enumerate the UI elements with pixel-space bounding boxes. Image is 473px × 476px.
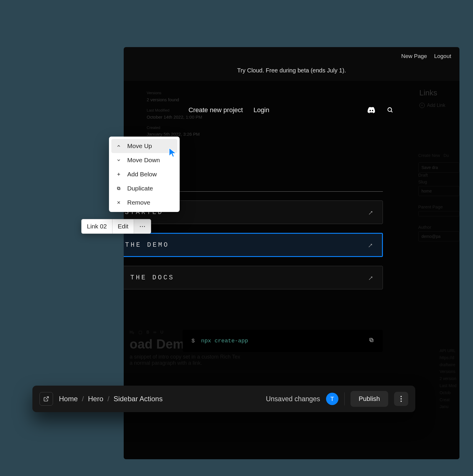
divider: [344, 392, 345, 405]
created-label: Created: [147, 125, 202, 131]
breadcrumb-home[interactable]: Home: [59, 395, 78, 403]
add-link-button[interactable]: + Add Link: [419, 103, 445, 108]
logout-link[interactable]: Logout: [434, 53, 451, 59]
versions-label: Versions: [147, 90, 202, 96]
created-value-bottom: Janu: [439, 403, 457, 410]
more-menu-button[interactable]: [394, 392, 408, 406]
link-card-try-demo[interactable]: TRY THE DEMO →: [124, 233, 383, 257]
promo-banner: Try Cloud. Free during beta (ends July 1…: [124, 63, 459, 79]
breadcrumb-hero[interactable]: Hero: [88, 395, 103, 403]
menu-item-add-below[interactable]: Add Below: [111, 167, 177, 181]
svg-rect-6: [118, 188, 120, 190]
versions-label-bottom: Versions: [439, 368, 457, 375]
create-new-action[interactable]: Create New: [418, 153, 440, 158]
new-page-link[interactable]: New Page: [401, 53, 427, 59]
slug-value-bottom: draftwire: [439, 361, 457, 369]
svg-line-1: [391, 111, 392, 112]
svg-point-10: [401, 396, 402, 397]
versions-value-bottom: 2 version: [439, 375, 457, 382]
duplicate-icon: [115, 186, 122, 191]
plus-icon: +: [419, 103, 425, 108]
heading-icon: H₂: [130, 330, 134, 334]
menu-item-move-up[interactable]: Move Up: [111, 139, 177, 153]
external-link-icon[interactable]: [39, 392, 53, 406]
parent-page-select[interactable]: [418, 211, 459, 216]
login-link[interactable]: Login: [254, 106, 269, 114]
save-draft-button[interactable]: Save dra: [418, 162, 459, 173]
links-panel-title: Links: [419, 88, 445, 97]
modified-value: October 14th 2022, 1:00 PM: [147, 114, 202, 121]
breadcrumb-current: Sidebar Actions: [113, 395, 163, 403]
image-icon: ▢: [138, 330, 142, 334]
plus-icon: [115, 172, 122, 177]
code-prompt: $: [191, 338, 195, 344]
link-card-label: READ THE DOCS: [124, 274, 174, 281]
bottom-meta: API URL https://d draftwire Versions 2 v…: [439, 347, 457, 410]
links-panel: Links + Add Link: [419, 88, 445, 108]
right-sidebar: Create New Du Save dra Draft Slug home P…: [418, 153, 459, 250]
versions-value: 2 versions found: [147, 96, 202, 103]
api-url-value: https://d: [439, 354, 457, 361]
header-nav: Create new project Login: [188, 106, 394, 114]
arrow-icon: →: [366, 272, 376, 283]
search-icon[interactable]: [386, 106, 394, 114]
breadcrumb: Home / Hero / Sidebar Actions: [59, 395, 163, 403]
richtext-line2: a normal paragraph with a link.: [130, 360, 240, 366]
arrow-icon: →: [366, 207, 376, 218]
api-url-label: API URL: [439, 347, 457, 354]
slug-input[interactable]: home: [418, 186, 459, 196]
slug-label: Slug: [418, 179, 459, 184]
link-icon: ∞: [153, 330, 156, 334]
code-block: $ npx create-app: [183, 330, 383, 352]
parent-page-label: Parent Page: [418, 204, 459, 209]
menu-item-label: Duplicate: [127, 185, 153, 192]
duplicate-action[interactable]: Du: [444, 153, 449, 158]
publish-button[interactable]: Publish: [350, 391, 388, 407]
richtext-line1: a snippet of intro copy set in a custom …: [130, 354, 240, 360]
draft-status-label: Draft: [418, 173, 459, 178]
menu-item-duplicate[interactable]: Duplicate: [111, 181, 177, 195]
link-card-label: TRY THE DEMO: [124, 241, 169, 249]
more-options-button[interactable]: ⋯: [134, 219, 151, 234]
top-bar: New Page Logout: [124, 47, 459, 63]
discord-icon[interactable]: [367, 106, 376, 114]
link-card-read-docs[interactable]: READ THE DOCS →: [124, 266, 383, 289]
menu-item-label: Move Down: [127, 157, 160, 164]
copy-icon[interactable]: [369, 337, 374, 344]
block-badge: Link 02: [81, 219, 113, 234]
underline-icon: U: [160, 330, 163, 334]
close-icon: [115, 200, 122, 205]
add-link-label: Add Link: [427, 103, 445, 108]
chevron-down-icon: [115, 158, 122, 162]
unsaved-changes-label: Unsaved changes: [266, 395, 320, 403]
svg-rect-3: [370, 338, 372, 341]
modified-label-bottom: Last Mod: [439, 382, 457, 389]
modified-value-bottom: Octob: [439, 389, 457, 397]
svg-point-11: [401, 398, 402, 399]
author-label: Author: [418, 225, 459, 230]
inline-toolbar: Link 02 Edit ⋯: [81, 219, 151, 234]
menu-item-label: Remove: [127, 199, 150, 206]
menu-item-label: Move Up: [127, 142, 152, 150]
breadcrumb-separator: /: [82, 395, 84, 403]
svg-rect-2: [371, 339, 373, 342]
svg-rect-7: [117, 187, 119, 189]
created-label-bottom: Creat: [439, 397, 457, 404]
bottom-toolbar: Home / Hero / Sidebar Actions Unsaved ch…: [32, 386, 415, 412]
author-value: demo@pa: [418, 231, 459, 241]
cursor-icon: [168, 147, 178, 159]
menu-item-label: Add Below: [127, 171, 157, 178]
svg-point-0: [388, 108, 391, 112]
avatar[interactable]: T: [326, 393, 338, 405]
chevron-up-icon: [115, 144, 122, 148]
menu-item-move-down[interactable]: Move Down: [111, 153, 177, 167]
breadcrumb-separator: /: [108, 395, 110, 403]
arrow-icon: →: [366, 240, 376, 250]
code-command: npx create-app: [201, 338, 248, 344]
create-project-link[interactable]: Create new project: [188, 106, 243, 114]
menu-item-remove[interactable]: Remove: [111, 195, 177, 210]
svg-point-12: [401, 401, 402, 402]
bold-icon: B: [146, 330, 149, 334]
edit-button[interactable]: Edit: [113, 219, 134, 234]
